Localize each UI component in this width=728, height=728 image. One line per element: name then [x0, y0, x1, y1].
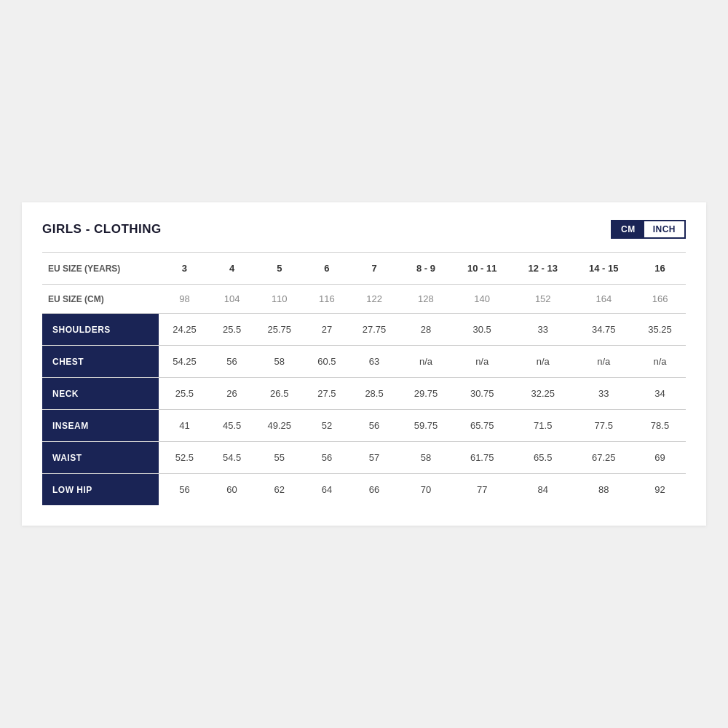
inch-button[interactable]: INCH: [644, 221, 684, 237]
cell-shoulders-4: 27.75: [349, 314, 400, 346]
cell-inseam-3: 52: [305, 410, 348, 442]
cell-inseam-2: 49.25: [253, 410, 305, 442]
measurement-row-inseam: INSEAM4145.549.25525659.7565.7571.577.57…: [42, 410, 686, 442]
cell-waist-8: 67.25: [574, 442, 635, 474]
measurement-row-waist: WAIST52.554.55556575861.7565.567.2569: [42, 442, 686, 474]
eu-cm-value: 128: [400, 285, 452, 314]
size-table: EU SIZE (YEARS) 345678 - 910 - 1112 - 13…: [42, 252, 686, 505]
cell-shoulders-9: 35.25: [634, 314, 686, 346]
cell-waist-9: 69: [634, 442, 686, 474]
cell-waist-2: 55: [253, 442, 305, 474]
eu-cm-value: 110: [253, 285, 305, 314]
cell-chest-1: 56: [210, 346, 253, 378]
cell-inseam-6: 65.75: [451, 410, 513, 442]
cell-shoulders-7: 33: [513, 314, 574, 346]
cell-waist-0: 52.5: [159, 442, 210, 474]
cell-chest-3: 60.5: [305, 346, 348, 378]
cell-chest-0: 54.25: [159, 346, 210, 378]
measurement-row-shoulders: SHOULDERS24.2525.525.752727.752830.53334…: [42, 314, 686, 346]
cell-waist-6: 61.75: [451, 442, 513, 474]
cell-inseam-9: 78.5: [634, 410, 686, 442]
cell-shoulders-0: 24.25: [159, 314, 210, 346]
col-header-14-15: 14 - 15: [574, 253, 635, 285]
cell-shoulders-1: 25.5: [210, 314, 253, 346]
eu-cm-value: 98: [159, 285, 210, 314]
cell-neck-1: 26: [210, 378, 253, 410]
cm-button[interactable]: CM: [612, 221, 644, 237]
cell-shoulders-6: 30.5: [451, 314, 513, 346]
card-header: GIRLS - CLOTHING CM INCH: [42, 220, 686, 239]
cell-shoulders-5: 28: [400, 314, 452, 346]
cell-shoulders-3: 27: [305, 314, 348, 346]
cell-shoulders-2: 25.75: [253, 314, 305, 346]
cell-neck-7: 32.25: [513, 378, 574, 410]
col-header-8-9: 8 - 9: [400, 253, 452, 285]
measurement-row-neck: NECK25.52626.527.528.529.7530.7532.25333…: [42, 378, 686, 410]
cell-low hip-4: 66: [349, 474, 400, 506]
cell-inseam-8: 77.5: [574, 410, 635, 442]
row-label-waist: WAIST: [42, 442, 159, 474]
eu-size-cm-label: EU SIZE (CM): [42, 285, 159, 314]
cell-chest-6: n/a: [451, 346, 513, 378]
cell-neck-9: 34: [634, 378, 686, 410]
cell-low hip-1: 60: [210, 474, 253, 506]
cell-chest-9: n/a: [634, 346, 686, 378]
col-header-4: 4: [210, 253, 253, 285]
col-header-6: 6: [305, 253, 348, 285]
row-label-inseam: INSEAM: [42, 410, 159, 442]
cell-shoulders-8: 34.75: [574, 314, 635, 346]
eu-size-years-header: EU SIZE (YEARS): [42, 253, 159, 285]
cell-chest-4: 63: [349, 346, 400, 378]
cell-low hip-8: 88: [574, 474, 635, 506]
eu-cm-value: 116: [305, 285, 348, 314]
cell-low hip-9: 92: [634, 474, 686, 506]
col-header-5: 5: [253, 253, 305, 285]
cell-neck-3: 27.5: [305, 378, 348, 410]
cell-neck-4: 28.5: [349, 378, 400, 410]
row-label-low hip: LOW HIP: [42, 474, 159, 506]
cell-inseam-1: 45.5: [210, 410, 253, 442]
cell-neck-2: 26.5: [253, 378, 305, 410]
cell-low hip-0: 56: [159, 474, 210, 506]
cell-neck-5: 29.75: [400, 378, 452, 410]
col-header-10-11: 10 - 11: [451, 253, 513, 285]
cell-chest-5: n/a: [400, 346, 452, 378]
eu-cm-value: 166: [634, 285, 686, 314]
measurement-row-chest: CHEST54.25565860.563n/an/an/an/an/a: [42, 346, 686, 378]
eu-cm-value: 122: [349, 285, 400, 314]
eu-cm-value: 104: [210, 285, 253, 314]
header-row-years: EU SIZE (YEARS) 345678 - 910 - 1112 - 13…: [42, 253, 686, 285]
cell-waist-4: 57: [349, 442, 400, 474]
cell-inseam-0: 41: [159, 410, 210, 442]
measurement-row-low-hip: LOW HIP56606264667077848892: [42, 474, 686, 506]
cell-low hip-5: 70: [400, 474, 452, 506]
cell-low hip-7: 84: [513, 474, 574, 506]
cell-neck-6: 30.75: [451, 378, 513, 410]
col-header-16: 16: [634, 253, 686, 285]
cell-waist-5: 58: [400, 442, 452, 474]
cell-low hip-2: 62: [253, 474, 305, 506]
cell-chest-8: n/a: [574, 346, 635, 378]
row-label-shoulders: SHOULDERS: [42, 314, 159, 346]
row-label-chest: CHEST: [42, 346, 159, 378]
cell-low hip-6: 77: [451, 474, 513, 506]
cell-waist-7: 65.5: [513, 442, 574, 474]
card-title: GIRLS - CLOTHING: [42, 222, 162, 237]
cell-inseam-5: 59.75: [400, 410, 452, 442]
cell-inseam-7: 71.5: [513, 410, 574, 442]
col-header-3: 3: [159, 253, 210, 285]
eu-cm-value: 140: [451, 285, 513, 314]
eu-cm-value: 152: [513, 285, 574, 314]
eu-cm-value: 164: [574, 285, 635, 314]
unit-toggle: CM INCH: [611, 220, 686, 239]
eu-size-cm-row: EU SIZE (CM) 981041101161221281401521641…: [42, 285, 686, 314]
cell-chest-2: 58: [253, 346, 305, 378]
col-header-12-13: 12 - 13: [513, 253, 574, 285]
cell-neck-8: 33: [574, 378, 635, 410]
size-chart-card: GIRLS - CLOTHING CM INCH EU SIZE (YEARS)…: [22, 202, 706, 526]
cell-low hip-3: 64: [305, 474, 348, 506]
cell-waist-1: 54.5: [210, 442, 253, 474]
cell-neck-0: 25.5: [159, 378, 210, 410]
row-label-neck: NECK: [42, 378, 159, 410]
col-header-7: 7: [349, 253, 400, 285]
